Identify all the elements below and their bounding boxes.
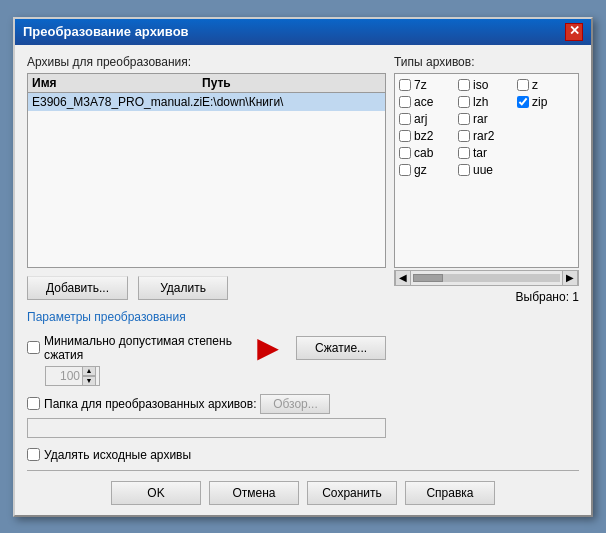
label-zip: zip bbox=[532, 95, 547, 109]
checkbox-rar-input[interactable] bbox=[458, 113, 470, 125]
label-7z: 7z bbox=[414, 78, 427, 92]
dialog-window: Преобразование архивов ✕ Архивы для прео… bbox=[13, 17, 593, 517]
col-name: Имя bbox=[32, 76, 202, 90]
checkbox-rar2: rar2 bbox=[458, 129, 515, 143]
right-panel: Типы архивов: 7z iso bbox=[394, 55, 579, 462]
label-cab: cab bbox=[414, 146, 433, 160]
checkbox-7z: 7z bbox=[399, 78, 456, 92]
col-path: Путь bbox=[202, 76, 381, 90]
params-section: Минимально допустимая степень сжатия ► С… bbox=[27, 326, 386, 462]
checkbox-rar2-input[interactable] bbox=[458, 130, 470, 142]
delete-source-checkbox[interactable] bbox=[27, 448, 40, 461]
arrow-icon: ► bbox=[250, 330, 286, 366]
checkbox-ace: ace bbox=[399, 95, 456, 109]
checkbox-rar: rar bbox=[458, 112, 515, 126]
spin-up-button[interactable]: ▲ bbox=[82, 366, 96, 376]
cancel-button[interactable]: Отмена bbox=[209, 481, 299, 505]
checkbox-lzh: lzh bbox=[458, 95, 515, 109]
checkbox-z-input[interactable] bbox=[517, 79, 529, 91]
label-rar2: rar2 bbox=[473, 129, 494, 143]
checkbox-iso: iso bbox=[458, 78, 515, 92]
file-types-container: 7z iso z ace bbox=[394, 73, 579, 268]
save-button[interactable]: Сохранить bbox=[307, 481, 397, 505]
bottom-divider bbox=[27, 470, 579, 471]
help-button[interactable]: Справка bbox=[405, 481, 495, 505]
spin-buttons: ▲ ▼ bbox=[82, 366, 96, 386]
list-header: Имя Путь bbox=[28, 74, 385, 93]
folder-input-row bbox=[27, 418, 386, 438]
archive-list-container: Имя Путь E3906_M3A78_PRO_manual.zip E:\d… bbox=[27, 73, 386, 268]
checkbox-iso-input[interactable] bbox=[458, 79, 470, 91]
checkbox-lzh-input[interactable] bbox=[458, 96, 470, 108]
label-lzh: lzh bbox=[473, 95, 488, 109]
row-path: E:\down\Книги\ bbox=[202, 95, 381, 109]
checkbox-arj: arj bbox=[399, 112, 456, 126]
browse-button[interactable]: Обзор... bbox=[260, 394, 330, 414]
min-compression-label: Минимально допустимая степень сжатия bbox=[44, 334, 250, 362]
params-section-title[interactable]: Параметры преобразования bbox=[27, 310, 386, 324]
main-row: Архивы для преобразования: Имя Путь E390… bbox=[27, 55, 579, 462]
dialog-body: Архивы для преобразования: Имя Путь E390… bbox=[15, 45, 591, 515]
checkbox-arj-input[interactable] bbox=[399, 113, 411, 125]
checkbox-uue: uue bbox=[458, 163, 515, 177]
delete-button[interactable]: Удалить bbox=[138, 276, 228, 300]
checkbox-uue-input[interactable] bbox=[458, 164, 470, 176]
checkbox-bz2-input[interactable] bbox=[399, 130, 411, 142]
label-rar: rar bbox=[473, 112, 488, 126]
add-button[interactable]: Добавить... bbox=[27, 276, 128, 300]
checkbox-tar-input[interactable] bbox=[458, 147, 470, 159]
folder-label-row: Папка для преобразованных архивов: Обзор… bbox=[27, 394, 386, 414]
checkbox-cab: cab bbox=[399, 146, 456, 160]
label-tar: tar bbox=[473, 146, 487, 160]
scroll-thumb[interactable] bbox=[413, 274, 443, 282]
file-types-grid: 7z iso z ace bbox=[399, 78, 574, 177]
min-compression-checkbox[interactable] bbox=[27, 341, 40, 354]
selected-count: Выбрано: 1 bbox=[394, 290, 579, 304]
checkbox-cab-input[interactable] bbox=[399, 147, 411, 159]
compression-row: Минимально допустимая степень сжатия ► С… bbox=[27, 330, 386, 366]
checkbox-empty1 bbox=[517, 112, 574, 126]
checkbox-zip: zip bbox=[517, 95, 574, 109]
label-z: z bbox=[532, 78, 538, 92]
folder-input[interactable] bbox=[27, 418, 386, 438]
delete-source-label: Удалять исходные архивы bbox=[44, 448, 191, 462]
folder-checkbox[interactable] bbox=[27, 397, 40, 410]
checkbox-tar: tar bbox=[458, 146, 515, 160]
spin-down-button[interactable]: ▼ bbox=[82, 376, 96, 386]
label-bz2: bz2 bbox=[414, 129, 433, 143]
label-gz: gz bbox=[414, 163, 427, 177]
file-types-label: Типы архивов: bbox=[394, 55, 579, 69]
archive-list-label: Архивы для преобразования: bbox=[27, 55, 386, 69]
scroll-left-button[interactable]: ◀ bbox=[395, 270, 411, 286]
horizontal-scrollbar[interactable]: ◀ ▶ bbox=[394, 270, 579, 286]
compress-button[interactable]: Сжатие... bbox=[296, 336, 386, 360]
ok-button[interactable]: OK bbox=[111, 481, 201, 505]
label-uue: uue bbox=[473, 163, 493, 177]
row-filename: E3906_M3A78_PRO_manual.zip bbox=[32, 95, 202, 109]
scroll-track bbox=[413, 274, 560, 282]
bottom-button-row: OK Отмена Сохранить Справка bbox=[27, 481, 579, 505]
scroll-right-button[interactable]: ▶ bbox=[562, 270, 578, 286]
checkbox-bz2: bz2 bbox=[399, 129, 456, 143]
checkbox-empty4 bbox=[517, 163, 574, 177]
checkbox-empty2 bbox=[517, 129, 574, 143]
archive-action-buttons: Добавить... Удалить bbox=[27, 276, 386, 300]
label-ace: ace bbox=[414, 95, 433, 109]
checkbox-empty3 bbox=[517, 146, 574, 160]
compression-left: Минимально допустимая степень сжатия bbox=[27, 334, 250, 362]
close-button[interactable]: ✕ bbox=[565, 23, 583, 41]
dialog-title: Преобразование архивов bbox=[23, 24, 189, 39]
checkbox-gz-input[interactable] bbox=[399, 164, 411, 176]
left-panel: Архивы для преобразования: Имя Путь E390… bbox=[27, 55, 386, 462]
compression-value-container: 100 ▲ ▼ bbox=[45, 366, 100, 386]
checkbox-z: z bbox=[517, 78, 574, 92]
checkbox-ace-input[interactable] bbox=[399, 96, 411, 108]
checkbox-gz: gz bbox=[399, 163, 456, 177]
checkbox-zip-input[interactable] bbox=[517, 96, 529, 108]
label-arj: arj bbox=[414, 112, 427, 126]
title-bar: Преобразование архивов ✕ bbox=[15, 19, 591, 45]
checkbox-7z-input[interactable] bbox=[399, 79, 411, 91]
compression-value-input[interactable]: 100 bbox=[46, 369, 82, 383]
table-row[interactable]: E3906_M3A78_PRO_manual.zip E:\down\Книги… bbox=[28, 93, 385, 111]
delete-source-row: Удалять исходные архивы bbox=[27, 448, 386, 462]
